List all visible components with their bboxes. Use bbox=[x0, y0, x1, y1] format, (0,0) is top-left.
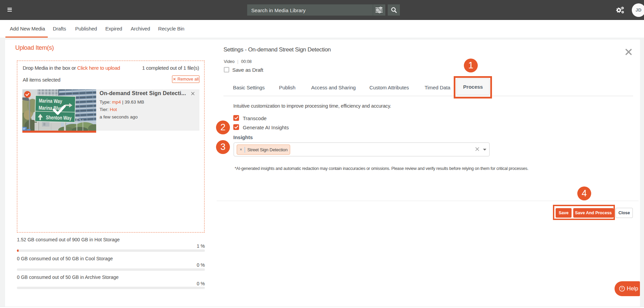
settings-close-icon[interactable] bbox=[625, 49, 632, 55]
select-clear-icon[interactable] bbox=[475, 147, 480, 152]
annotation-step-3: 3 bbox=[216, 140, 230, 154]
media-tier-line: Tier: Hot bbox=[100, 107, 117, 112]
type-value: mp4 bbox=[112, 100, 121, 105]
avatar[interactable]: JD bbox=[632, 3, 644, 17]
search-icon bbox=[388, 4, 400, 16]
tab-drafts[interactable]: Drafts bbox=[53, 26, 66, 31]
drop-text: Drop Media in the box or bbox=[23, 65, 77, 71]
svg-text:?: ? bbox=[621, 287, 623, 291]
search-button[interactable] bbox=[388, 4, 400, 16]
archive-storage-bar bbox=[17, 287, 205, 289]
tab-expired[interactable]: Expired bbox=[105, 26, 122, 31]
media-kind-label: Video bbox=[224, 59, 235, 64]
gears-icon[interactable] bbox=[616, 6, 625, 14]
insight-tag: × Street Sign Detection bbox=[237, 145, 290, 155]
hot-storage-label: 1.52 GB consumed out of 900 GB in Hot St… bbox=[17, 237, 120, 242]
settings-tab-basic-settings[interactable]: Basic Settings bbox=[233, 85, 265, 90]
hot-storage-percent: 1 % bbox=[185, 243, 205, 249]
settings-tab-timed-data[interactable]: Timed Data bbox=[425, 85, 450, 90]
help-button[interactable]: ? Help bbox=[615, 281, 640, 296]
cool-storage-percent: 0 % bbox=[185, 262, 205, 268]
settings-tab-custom-attributes[interactable]: Custom Attributes bbox=[369, 85, 409, 90]
transcode-checkbox[interactable] bbox=[233, 115, 239, 121]
tag-remove-icon[interactable]: × bbox=[237, 147, 244, 152]
type-label: Type: bbox=[100, 100, 111, 105]
help-label: Help bbox=[627, 285, 638, 292]
settings-tab-publish[interactable]: Publish bbox=[279, 85, 296, 90]
click-to-upload-link[interactable]: Click here to upload bbox=[77, 65, 120, 71]
tab-archived[interactable]: Archived bbox=[131, 26, 150, 31]
tab-add-new-media[interactable]: Add New Media bbox=[10, 26, 45, 31]
annotation-step-1: 1 bbox=[464, 59, 478, 72]
remove-all-x-icon: ✕ bbox=[173, 77, 176, 82]
filter-sliders-icon[interactable] bbox=[373, 6, 385, 14]
all-items-selected-label: All items selected bbox=[23, 77, 60, 83]
tier-label: Tier: bbox=[100, 107, 109, 112]
settings-tab-access-and-sharing[interactable]: Access and Sharing bbox=[311, 85, 356, 90]
ai-disclaimer: *AI-generated insights and automatic red… bbox=[235, 166, 529, 171]
tab-published[interactable]: Published bbox=[75, 26, 97, 31]
save-as-draft-checkbox[interactable] bbox=[224, 67, 229, 72]
video-info-divider: | bbox=[237, 59, 238, 64]
media-age-line: a few seconds ago bbox=[100, 114, 138, 119]
annotation-box-save-buttons bbox=[553, 205, 615, 220]
main-tab-bar: Add New Media Drafts Published Expired A… bbox=[0, 20, 644, 38]
help-question-icon: ? bbox=[619, 286, 625, 292]
insights-label: Insights bbox=[233, 134, 253, 140]
dialog-footer-divider bbox=[217, 201, 639, 201]
tier-value: Hot bbox=[110, 107, 117, 112]
hot-storage-bar-fill bbox=[17, 249, 19, 252]
settings-title: Settings - On-demand Street Sign Detecti… bbox=[223, 46, 331, 53]
media-item-title: On-demand Street Sign Detecti... bbox=[100, 90, 190, 96]
drop-instruction: Drop Media in the box or Click here to u… bbox=[23, 65, 120, 71]
archive-storage-percent: 0 % bbox=[185, 281, 205, 286]
archive-storage-label: 0 GB consumed out of 50 GB in Archive St… bbox=[17, 274, 119, 280]
media-thumbnail[interactable]: Marina Way Marina Blvd Shenton Way bbox=[22, 89, 96, 131]
remove-all-label: Remove all bbox=[177, 77, 199, 82]
drop-zone[interactable] bbox=[17, 61, 205, 233]
insights-select[interactable]: × Street Sign Detection bbox=[234, 142, 490, 156]
tag-label: Street Sign Detection bbox=[245, 147, 290, 152]
annotation-box-process-tab bbox=[454, 76, 492, 98]
process-intro-text: Intuitive customization to improve proce… bbox=[233, 103, 391, 109]
top-bar: Search in Media Library bbox=[0, 0, 644, 20]
transcode-label: Transcode bbox=[243, 115, 266, 121]
completed-count: 1 completed out of 1 file(s) bbox=[142, 65, 199, 71]
hot-storage-bar bbox=[17, 249, 205, 252]
cool-storage-bar bbox=[17, 268, 205, 271]
media-type-line: Type: mp4 | 39.63 MB bbox=[100, 100, 144, 105]
item-selected-badge[interactable] bbox=[24, 91, 31, 98]
search-input[interactable]: Search in Media Library bbox=[247, 4, 385, 16]
annotation-step-2: 2 bbox=[216, 120, 230, 134]
upload-progress-bar bbox=[22, 131, 96, 133]
footer-strip bbox=[0, 307, 644, 308]
save-as-draft-label: Save as Draft bbox=[232, 67, 263, 73]
size-value: | 39.63 MB bbox=[122, 100, 144, 105]
tab-recycle-bin[interactable]: Recycle Bin bbox=[158, 26, 185, 31]
generate-ai-insights-checkbox[interactable] bbox=[233, 124, 239, 130]
hamburger-menu-icon[interactable] bbox=[7, 8, 12, 12]
duration-value: 00:08 bbox=[241, 59, 252, 64]
remove-all-button[interactable]: ✕Remove all bbox=[172, 75, 199, 83]
annotation-step-4: 4 bbox=[577, 186, 591, 200]
cool-storage-label: 0 GB consumed out of 50 GB in Cool Stora… bbox=[17, 256, 113, 261]
video-info-row: Video|00:08 bbox=[224, 59, 252, 64]
search-divider bbox=[373, 4, 373, 16]
settings-tabs-divider bbox=[223, 96, 633, 96]
close-button[interactable]: Close bbox=[616, 208, 633, 218]
generate-ai-insights-label: Generate AI Insights bbox=[243, 125, 289, 130]
select-caret-icon[interactable] bbox=[483, 149, 487, 151]
upload-items-title: Upload Item(s) bbox=[15, 44, 54, 51]
media-item-close-icon[interactable] bbox=[191, 92, 195, 95]
search-placeholder: Search in Media Library bbox=[251, 7, 306, 13]
